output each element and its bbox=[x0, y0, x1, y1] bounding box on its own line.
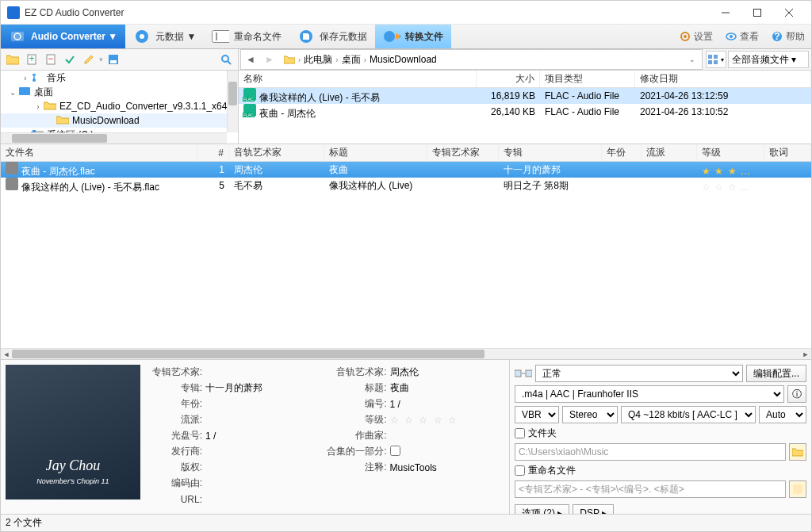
tcol-rating[interactable]: 等级 bbox=[697, 144, 764, 161]
minimize-icon bbox=[722, 9, 730, 17]
rename-button[interactable]: 重命名文件 bbox=[204, 25, 289, 48]
filter-label: 全部音频文件 ▾ bbox=[732, 53, 805, 67]
add-file-button[interactable]: + bbox=[23, 51, 40, 68]
tree-scrollbar-horizontal[interactable] bbox=[1, 132, 227, 144]
svg-rect-29 bbox=[708, 60, 712, 64]
tcol-albumartist[interactable]: 专辑艺术家 bbox=[427, 144, 499, 161]
tracklist-hscroll[interactable]: ◄► bbox=[1, 348, 811, 359]
svg-rect-37 bbox=[515, 370, 521, 377]
breadcrumb-seg-0[interactable]: 此电脑 bbox=[304, 53, 332, 67]
track-row[interactable]: 像我这样的人 (Live) - 毛不易.flac 5 毛不易 像我这样的人 (L… bbox=[1, 178, 811, 193]
convert-icon bbox=[383, 28, 400, 45]
field-comment[interactable]: MusicTools bbox=[390, 462, 505, 473]
save-metadata-button[interactable]: 保存元数据 bbox=[289, 25, 375, 48]
priority-select[interactable]: 正常 bbox=[535, 365, 743, 382]
filelist-row[interactable]: 像我这样的人 (Live) - 毛不易 16,819 KB FLAC - Aud… bbox=[239, 88, 811, 104]
breadcrumb-path[interactable]: › 此电脑› 桌面› MusicDownload bbox=[279, 53, 683, 67]
svg-point-31 bbox=[33, 78, 36, 82]
col-size[interactable]: 大小 bbox=[477, 71, 540, 87]
quality-select[interactable]: Q4 ~128 kbit/s [ AAC-LC ] bbox=[621, 406, 756, 423]
rating-stars[interactable]: ☆ ☆ ☆ ☆ ☆ bbox=[697, 179, 764, 193]
title-bar: EZ CD Audio Converter bbox=[1, 1, 811, 25]
status-bar: 2 个文件 bbox=[1, 514, 811, 531]
metadata-menu[interactable]: 元数据 ▼ bbox=[125, 25, 204, 48]
select-all-button[interactable] bbox=[61, 51, 79, 68]
file-plus-icon: + bbox=[26, 54, 37, 65]
view-label: 查看 bbox=[740, 30, 759, 44]
col-type[interactable]: 项目类型 bbox=[540, 71, 635, 87]
convert-button[interactable]: 转换文件 bbox=[375, 25, 451, 48]
svg-point-14 bbox=[684, 35, 687, 38]
folder-checkbox[interactable] bbox=[515, 428, 525, 438]
field-trackno[interactable]: 1 / bbox=[390, 399, 505, 410]
breadcrumb-dropdown[interactable]: ⌄ bbox=[683, 50, 702, 69]
rename-pattern-button[interactable] bbox=[789, 480, 806, 498]
audio-converter-menu[interactable]: Audio Converter ▼ bbox=[1, 25, 125, 48]
maximize-button[interactable] bbox=[741, 1, 773, 25]
partof-checkbox[interactable] bbox=[390, 446, 400, 456]
field-partof[interactable] bbox=[390, 446, 505, 458]
metadata-icon bbox=[133, 28, 151, 45]
tcol-num[interactable]: # bbox=[197, 144, 229, 161]
tree-node-musicdownload[interactable]: MusicDownload bbox=[1, 113, 238, 128]
edit-config-button[interactable]: 编辑配置... bbox=[746, 365, 806, 382]
search-button[interactable] bbox=[217, 51, 235, 68]
help-button[interactable]: ? 帮助 bbox=[765, 25, 811, 48]
col-modified[interactable]: 修改日期 bbox=[635, 71, 811, 87]
nav-back-button[interactable]: ◄ bbox=[241, 50, 260, 69]
tcol-artist[interactable]: 音轨艺术家 bbox=[229, 144, 324, 161]
field-disc[interactable]: 1 / bbox=[205, 431, 320, 442]
folder-icon bbox=[792, 447, 803, 457]
auto-select[interactable]: Auto bbox=[759, 406, 806, 423]
tcol-filename[interactable]: 文件名 bbox=[1, 144, 197, 161]
format-info-button[interactable]: ⓘ bbox=[787, 385, 806, 403]
vbr-select[interactable]: VBR bbox=[515, 406, 559, 423]
eye-icon bbox=[726, 31, 737, 42]
tcol-lyrics[interactable]: 歌词 bbox=[764, 144, 811, 161]
album-cover[interactable]: Jay Chou November's Chopin 11 bbox=[6, 365, 140, 499]
track-row[interactable]: 夜曲 - 周杰伦.flac 1 周杰伦 夜曲 十一月的萧邦 ★ ★ ★ ★ ★ bbox=[1, 162, 811, 178]
close-button[interactable] bbox=[773, 1, 805, 25]
minimize-button[interactable] bbox=[710, 1, 741, 25]
edit-button[interactable] bbox=[80, 51, 98, 68]
svg-rect-32 bbox=[19, 87, 30, 95]
tag-icon bbox=[793, 484, 802, 494]
browse-folder-button[interactable] bbox=[789, 443, 806, 461]
help-icon: ? bbox=[772, 31, 783, 42]
tree-scrollbar-vertical[interactable] bbox=[227, 71, 238, 132]
tree-node-music[interactable]: ›音乐 bbox=[1, 71, 238, 85]
breadcrumb-seg-1[interactable]: 桌面 bbox=[342, 53, 361, 67]
add-folder-button[interactable] bbox=[4, 51, 21, 68]
status-text: 2 个文件 bbox=[6, 516, 42, 530]
save-list-button[interactable] bbox=[105, 51, 122, 68]
channels-select[interactable]: Stereo bbox=[562, 406, 618, 423]
field-album[interactable]: 十一月的萧邦 bbox=[205, 381, 320, 395]
tree-node-ezcd[interactable]: ›EZ_CD_Audio_Converter_v9.3.1.1_x64_l bbox=[1, 99, 238, 113]
tcol-title[interactable]: 标题 bbox=[324, 144, 427, 161]
metadata-fields: 专辑艺术家: 音轨艺术家:周杰伦 专辑:十一月的萧邦 标题:夜曲 年份: 编号:… bbox=[147, 365, 504, 509]
file-filter-dropdown[interactable]: 全部音频文件 ▾ bbox=[728, 51, 809, 68]
tcol-year[interactable]: 年份 bbox=[602, 144, 642, 161]
col-name[interactable]: 名称 bbox=[239, 71, 477, 87]
field-track-artist[interactable]: 周杰伦 bbox=[390, 366, 505, 379]
filelist-row[interactable]: 夜曲 - 周杰伦 26,140 KB FLAC - Audio File 202… bbox=[239, 104, 811, 120]
settings-button[interactable]: 设置 bbox=[673, 25, 719, 48]
remove-button[interactable]: − bbox=[42, 51, 59, 68]
field-rating[interactable]: ☆ ☆ ☆ ☆ ☆ bbox=[390, 415, 505, 426]
tree-toolbar: + − ▾ bbox=[1, 49, 239, 70]
view-mode-button[interactable]: ▾ bbox=[706, 51, 726, 68]
format-select[interactable]: .m4a | AAC | Fraunhofer IIS bbox=[515, 385, 784, 403]
search-icon bbox=[220, 54, 232, 65]
disk-icon bbox=[108, 54, 119, 65]
rename-checkbox[interactable] bbox=[515, 465, 525, 476]
tcol-album[interactable]: 专辑 bbox=[499, 144, 602, 161]
nav-up-button[interactable]: ► bbox=[260, 50, 279, 69]
breadcrumb-seg-2[interactable]: MusicDownload bbox=[370, 54, 437, 65]
folder-tree[interactable]: ›音乐 ⌄桌面 ›EZ_CD_Audio_Converter_v9.3.1.1_… bbox=[1, 71, 239, 144]
rating-stars[interactable]: ★ ★ ★ ★ ★ bbox=[697, 163, 764, 177]
tree-node-desktop[interactable]: ⌄桌面 bbox=[1, 85, 238, 99]
view-button[interactable]: 查看 bbox=[719, 25, 765, 48]
sub-toolbar: + − ▾ ◄ ► › 此电脑› 桌面› MusicDownload ⌄ ▾ 全… bbox=[1, 49, 811, 71]
tcol-genre[interactable]: 流派 bbox=[642, 144, 697, 161]
field-title[interactable]: 夜曲 bbox=[390, 381, 505, 395]
